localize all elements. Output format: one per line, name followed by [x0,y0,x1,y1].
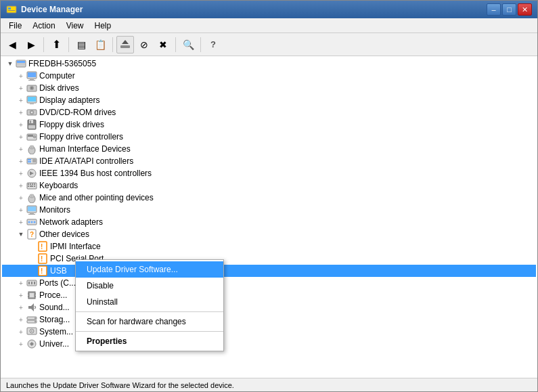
svg-point-16 [31,87,32,89]
close-button[interactable]: ✕ [518,3,532,16]
help-button[interactable]: ? [204,36,222,53]
status-text: Launches the Update Driver Software Wiza… [6,381,234,389]
tree-item-ipmi[interactable]: + ! IPMI Interface [2,240,536,253]
expand-root[interactable]: ▼ [5,58,16,69]
icon-hid [26,144,37,154]
icon-root [16,58,26,69]
svg-rect-25 [30,121,31,123]
tree-item-disk[interactable]: + Disk drives [2,82,536,94]
device-manager-window: Device Manager – □ ✕ File Action View He… [0,0,538,392]
svg-rect-1 [8,7,11,9]
scan-button[interactable]: 🔍 [179,36,197,53]
menu-help[interactable]: Help [89,18,117,32]
tree-item-computer[interactable]: + Computer [2,70,536,82]
label-univer: Univer... [39,339,69,349]
expand-display[interactable]: + [16,95,26,106]
up-button[interactable]: ⬆ [47,36,65,53]
expand-proc[interactable]: + [16,290,26,301]
expand-hid[interactable]: + [16,144,26,154]
update-driver-button[interactable] [116,36,134,53]
expand-computer[interactable]: + [16,70,26,81]
ctx-update-driver[interactable]: Update Driver Software... [76,261,223,278]
ctx-disable[interactable]: Disable [76,278,223,294]
svg-rect-52 [30,213,34,214]
label-sound: Sound... [39,303,70,312]
toolbar-sep-5 [200,37,201,52]
icon-proc [26,290,37,301]
maximize-button[interactable]: □ [502,3,516,16]
label-computer: Computer [39,71,75,81]
properties-button[interactable]: 📋 [91,36,109,53]
label-ports: Ports (C... [39,278,76,288]
minimize-button[interactable]: – [487,3,501,16]
svg-rect-42 [32,183,33,185]
expand-system[interactable]: + [16,326,26,337]
expand-disk[interactable]: + [16,83,26,93]
tree-item-floppy-ctrl[interactable]: + Floppy drive controllers [2,131,536,143]
svg-point-83 [31,330,32,332]
expand-ide[interactable]: + [16,156,26,167]
svg-text:?: ? [30,231,34,238]
tree-item-ieee[interactable]: + IEEE 1394 Bus host controllers [2,167,536,179]
svg-rect-36 [28,161,31,162]
expand-storage[interactable]: + [16,314,26,325]
tree-item-network[interactable]: + Network adapters [2,216,536,228]
tree-item-floppy[interactable]: + Floppy disk drives [2,118,536,131]
title-bar: Device Manager – □ ✕ [1,1,537,18]
icon-usb: ! [37,265,48,276]
svg-text:!: ! [41,267,43,275]
label-usb: USB [50,266,67,276]
expand-ports[interactable]: + [16,278,26,288]
tree-item-keyboards[interactable]: + Keyboards [2,179,536,192]
device-tree[interactable]: ▼ FREDBH-5365055 + Computer + [1,56,537,378]
tree-item-other[interactable]: ▼ ? Other devices [2,228,536,240]
svg-rect-74 [35,293,36,295]
svg-rect-73 [28,296,28,297]
expand-keyboards[interactable]: + [16,180,26,191]
svg-point-80 [35,321,36,322]
expand-mice[interactable]: + [16,192,26,203]
toolbar: ◀ ▶ ⬆ ▤ 📋 ⊘ ✖ 🔍 ? [1,33,537,56]
tree-item-root[interactable]: ▼ FREDBH-5365055 [2,58,536,70]
svg-rect-9 [17,65,25,66]
expand-univer[interactable]: + [16,339,26,349]
svg-rect-46 [34,186,35,187]
expand-sound[interactable]: + [16,302,26,313]
icon-ports [26,278,37,288]
ctx-properties[interactable]: Properties [76,333,223,349]
expand-network[interactable]: + [16,217,26,227]
tree-item-display[interactable]: + Display adapters [2,94,536,106]
label-monitors: Monitors [39,205,70,215]
back-button[interactable]: ◀ [3,36,21,53]
disable-button[interactable]: ⊘ [135,36,153,53]
label-ipmi: IPMI Interface [50,242,101,251]
expand-floppy[interactable]: + [16,119,26,130]
svg-rect-43 [34,183,35,185]
menu-view[interactable]: View [61,18,89,32]
menu-file[interactable]: File [3,18,27,32]
ctx-scan[interactable]: Scan for hardware changes [76,313,223,330]
svg-rect-51 [28,206,36,211]
icon-system [26,326,37,337]
ctx-uninstall[interactable]: Uninstall [76,294,223,310]
forward-button[interactable]: ▶ [22,36,40,53]
menu-action[interactable]: Action [27,18,60,32]
expand-dvd[interactable]: + [16,107,26,118]
uninstall-button[interactable]: ✖ [154,36,172,53]
svg-rect-11 [28,72,36,77]
tree-item-ide[interactable]: + IDE ATA/ATAPI controllers [2,155,536,167]
expand-other[interactable]: ▼ [16,229,26,240]
show-hide-button[interactable]: ▤ [72,36,90,53]
icon-floppy-ctrl [26,131,37,142]
expand-floppy-ctrl[interactable]: + [16,131,26,142]
expand-monitors[interactable]: + [16,204,26,215]
label-mice: Mice and other pointing devices [39,193,154,202]
expand-ieee[interactable]: + [16,168,26,179]
label-system: System... [39,327,73,336]
tree-item-hid[interactable]: + Human Interface Devices [2,143,536,155]
tree-item-mice[interactable]: + Mice and other pointing devices [2,192,536,204]
tree-item-monitors[interactable]: + Monitors [2,204,536,216]
svg-rect-67 [28,282,30,284]
svg-rect-26 [28,125,35,129]
tree-item-dvd[interactable]: + DVD/CD-ROM drives [2,106,536,118]
